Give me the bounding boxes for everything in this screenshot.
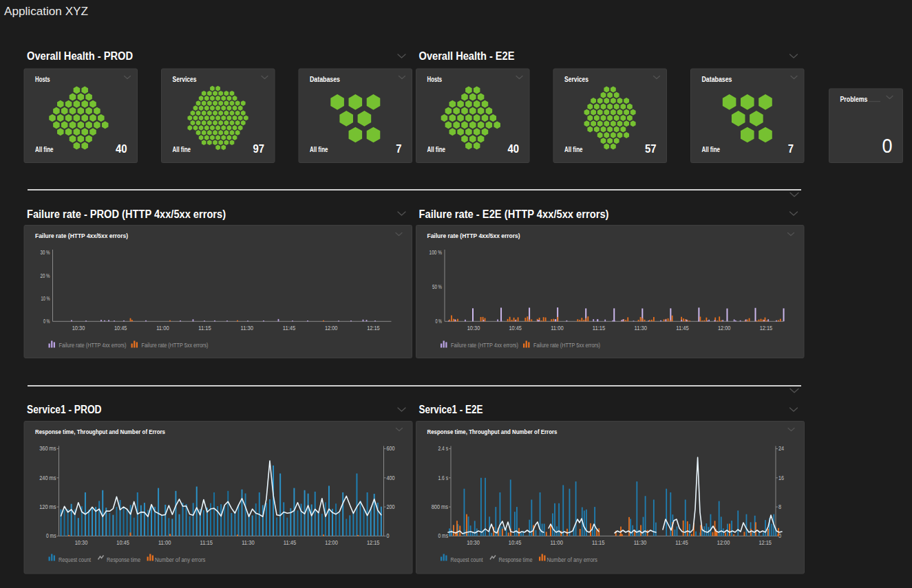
svg-text:16: 16 [778, 475, 784, 481]
svg-text:Response time, Throughput and: Response time, Throughput and Number of … [427, 428, 558, 435]
svg-text:All fine: All fine [35, 146, 54, 153]
svg-text:11:00: 11:00 [158, 540, 171, 546]
svg-text:97: 97 [253, 142, 264, 155]
svg-text:12:15: 12:15 [759, 540, 772, 546]
svg-text:10:30: 10:30 [467, 325, 480, 331]
svg-text:11:45: 11:45 [676, 325, 689, 331]
svg-text:0: 0 [387, 533, 390, 539]
svg-text:10:30: 10:30 [72, 325, 85, 331]
svg-text:40: 40 [116, 142, 127, 155]
svg-text:1.6 s: 1.6 s [438, 475, 449, 481]
svg-text:Failure rate - PROD (HTTP 4xx/: Failure rate - PROD (HTTP 4xx/5xx errors… [27, 208, 226, 220]
svg-text:11:45: 11:45 [675, 540, 688, 546]
svg-text:600: 600 [387, 446, 395, 452]
svg-text:0 %: 0 % [43, 318, 50, 325]
svg-text:Services: Services [173, 76, 197, 83]
svg-text:20 %: 20 % [41, 273, 50, 279]
svg-text:Databases: Databases [702, 76, 732, 83]
svg-text:24: 24 [778, 446, 784, 452]
svg-text:Failure rate - E2E (HTTP 4xx/5: Failure rate - E2E (HTTP 4xx/5xx errors) [419, 208, 609, 220]
svg-text:11:30: 11:30 [242, 540, 255, 546]
svg-text:100 %: 100 % [430, 250, 443, 256]
svg-text:0: 0 [882, 134, 893, 157]
svg-text:11:00: 11:00 [550, 540, 563, 546]
svg-text:12:15: 12:15 [367, 540, 380, 546]
svg-text:10 %: 10 % [41, 296, 50, 302]
svg-text:11:30: 11:30 [634, 540, 647, 546]
svg-text:Response time: Response time [107, 556, 140, 563]
svg-text:Application XYZ: Application XYZ [4, 5, 88, 18]
svg-text:240 ms: 240 ms [39, 475, 56, 481]
svg-text:57: 57 [645, 142, 657, 155]
svg-text:7: 7 [396, 142, 401, 155]
svg-text:10:45: 10:45 [116, 540, 129, 546]
svg-text:All fine: All fine [427, 146, 446, 153]
svg-text:10:45: 10:45 [114, 325, 127, 331]
svg-text:40: 40 [507, 142, 519, 155]
svg-text:200: 200 [387, 504, 395, 510]
svg-text:120 ms: 120 ms [39, 504, 56, 510]
svg-text:Failure rate (HTTP 4xx errors): Failure rate (HTTP 4xx errors) [451, 342, 518, 349]
svg-text:All fine: All fine [173, 146, 191, 153]
svg-text:Overall Health - PROD: Overall Health - PROD [27, 50, 133, 62]
svg-text:Overall Health - E2E: Overall Health - E2E [419, 50, 515, 62]
svg-text:12:15: 12:15 [760, 325, 773, 331]
svg-text:400: 400 [387, 475, 395, 481]
svg-text:Hosts: Hosts [35, 76, 50, 83]
svg-text:Hosts: Hosts [427, 76, 443, 83]
svg-text:10:30: 10:30 [75, 540, 88, 546]
svg-text:12:00: 12:00 [717, 540, 730, 546]
svg-text:7: 7 [788, 142, 794, 155]
svg-text:Number of any errors: Number of any errors [155, 556, 206, 563]
svg-text:11:15: 11:15 [593, 325, 606, 331]
svg-text:Failure rate (HTTP 4xx/5xx err: Failure rate (HTTP 4xx/5xx errors) [35, 232, 128, 239]
svg-text:Response time: Response time [499, 556, 533, 563]
svg-text:12:00: 12:00 [325, 325, 338, 331]
svg-text:800 ms: 800 ms [432, 504, 448, 510]
svg-text:8: 8 [778, 504, 781, 510]
svg-text:11:45: 11:45 [284, 540, 297, 546]
svg-text:11:45: 11:45 [283, 325, 296, 331]
svg-text:11:00: 11:00 [551, 325, 564, 331]
svg-text:11:30: 11:30 [635, 325, 648, 331]
svg-text:Databases: Databases [310, 76, 340, 83]
svg-text:12:00: 12:00 [718, 325, 731, 331]
svg-text:10:45: 10:45 [509, 325, 522, 331]
svg-text:Number of any errors: Number of any errors [547, 556, 598, 563]
svg-text:Services: Services [564, 76, 588, 83]
svg-text:Problems: Problems [840, 96, 868, 103]
svg-text:0 ms: 0 ms [438, 533, 449, 539]
svg-text:All fine: All fine [310, 146, 328, 153]
svg-text:Failure rate (HTTP 4xx/5xx err: Failure rate (HTTP 4xx/5xx errors) [427, 232, 520, 239]
svg-text:Failure rate (HTTP 5xx errors): Failure rate (HTTP 5xx errors) [142, 342, 209, 349]
svg-text:11:30: 11:30 [241, 325, 254, 331]
svg-text:50 %: 50 % [432, 284, 442, 290]
svg-text:30 %: 30 % [41, 250, 50, 256]
svg-text:Request count: Request count [451, 556, 483, 563]
svg-text:11:15: 11:15 [198, 325, 211, 331]
svg-text:Service1 - PROD: Service1 - PROD [27, 404, 102, 415]
svg-text:2.4 s: 2.4 s [438, 446, 449, 452]
svg-text:0 ms: 0 ms [46, 533, 56, 539]
svg-text:11:00: 11:00 [156, 325, 169, 331]
svg-text:Failure rate (HTTP 5xx errors): Failure rate (HTTP 5xx errors) [533, 342, 600, 349]
svg-text:360 ms: 360 ms [39, 446, 56, 452]
svg-text:10:45: 10:45 [509, 540, 522, 546]
svg-text:11:15: 11:15 [200, 540, 213, 546]
svg-text:Service1 - E2E: Service1 - E2E [419, 404, 483, 415]
svg-text:Response time, Throughput and: Response time, Throughput and Number of … [35, 428, 165, 435]
svg-text:0 %: 0 % [436, 318, 443, 325]
svg-text:Failure rate (HTTP 4xx errors): Failure rate (HTTP 4xx errors) [59, 342, 127, 349]
svg-text:10:30: 10:30 [467, 540, 480, 546]
svg-text:12:15: 12:15 [367, 325, 380, 331]
svg-text:Request count: Request count [59, 556, 91, 563]
svg-text:11:15: 11:15 [592, 540, 605, 546]
svg-text:All fine: All fine [702, 146, 721, 153]
svg-text:All fine: All fine [564, 146, 583, 153]
svg-text:12:00: 12:00 [325, 540, 338, 546]
